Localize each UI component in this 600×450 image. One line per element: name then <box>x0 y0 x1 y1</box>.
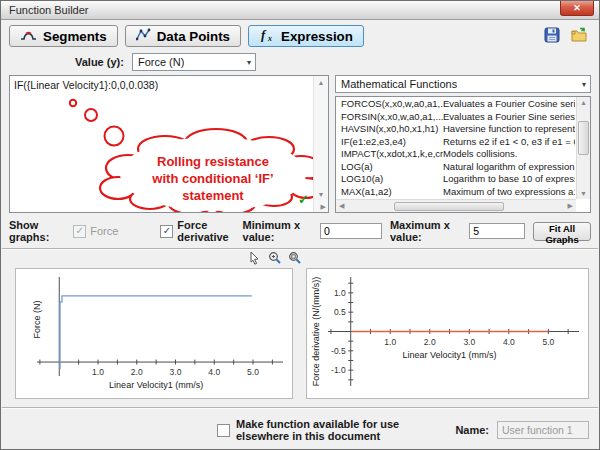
close-button[interactable]: ✕ <box>560 1 594 16</box>
import-function-button[interactable] <box>569 26 589 46</box>
function-list-horizontal-scrollbar[interactable]: ◀ ▶ <box>336 199 576 212</box>
show-graphs-row: Show graphs: ✓ Force ✓ Force derivative … <box>1 213 599 248</box>
value-row: Value (y): Force (N) ▾ <box>1 51 599 75</box>
function-list-hscroll-thumb[interactable] <box>394 202 504 211</box>
title-bar: Function Builder ✕ <box>1 1 599 20</box>
value-y-label: Value (y): <box>75 56 124 68</box>
annotation-cloud: Rolling resistance with conditional ‘IF’… <box>10 76 328 212</box>
tab-segments[interactable]: Segments <box>9 25 118 47</box>
expression-vertical-scrollbar[interactable]: ▲ ▼ <box>313 76 328 212</box>
min-x-label: Minimum x value: <box>243 219 314 243</box>
tab-segments-label: Segments <box>43 29 107 44</box>
chevron-down-icon: ▾ <box>576 80 586 89</box>
scroll-down-icon[interactable]: ▼ <box>580 190 587 197</box>
value-y-dropdown[interactable]: Force (N) ▾ <box>132 53 256 71</box>
pointer-tool-button[interactable] <box>247 251 262 265</box>
function-description: Logarithm to base 10 of expression a. <box>443 173 575 186</box>
function-list-vscroll-thumb[interactable] <box>578 121 589 155</box>
save-function-button[interactable] <box>542 26 562 46</box>
svg-text:1.0: 1.0 <box>334 288 346 298</box>
functions-panel: Mathematical Functions ▾ FORCOS(x,x0,w,a… <box>335 75 591 213</box>
open-folder-icon <box>571 27 588 46</box>
chevron-down-icon: ▾ <box>241 58 251 67</box>
svg-text:f: f <box>261 28 267 42</box>
close-icon: ✕ <box>573 3 581 13</box>
scroll-right-icon[interactable]: ▶ <box>568 202 573 210</box>
zoom-fit-tool-button[interactable] <box>287 251 302 265</box>
force-derivative-graph: 1.02.03.04.05.01.00.5-0.5-1.0Linear Velo… <box>307 269 588 397</box>
make-available-checkbox[interactable] <box>217 424 230 437</box>
function-list-row[interactable]: FORSIN(x,x0,w,a0,a1,...,a30)Evaluates a … <box>337 111 575 124</box>
function-description: Evaluates a Fourier Sine series at a use… <box>443 111 575 124</box>
function-list-row[interactable]: FORCOS(x,x0,w,a0,a1,...,a30)Evaluates a … <box>337 98 575 111</box>
function-description: Returns e2 if e1 < 0, e3 if e1 = 0, and … <box>443 136 575 149</box>
svg-text:Force derivative (N/(mm/s)): Force derivative (N/(mm/s)) <box>311 277 321 387</box>
tab-expression[interactable]: fx Expression <box>248 25 364 47</box>
svg-text:2.0: 2.0 <box>131 367 143 377</box>
function-signature: FORSIN(x,x0,w,a0,a1,...,a30) <box>337 111 443 124</box>
scroll-down-icon[interactable]: ▼ <box>318 191 325 198</box>
function-list-row[interactable]: LOG(a)Natural logarithm of expression a. <box>337 161 575 174</box>
svg-text:1.0: 1.0 <box>92 367 104 377</box>
check-icon: ✓ <box>76 226 84 236</box>
function-name-input <box>497 421 589 439</box>
graph-toolbar <box>247 251 599 266</box>
make-available-label: Make function available for use elsewher… <box>236 418 455 442</box>
svg-text:x: x <box>267 34 272 42</box>
force-checkbox: ✓ <box>73 225 86 238</box>
expression-editor[interactable]: IF({Linear Velocity1}:0,0,0.038) <box>9 75 329 213</box>
function-description: Models collisions. <box>443 148 575 161</box>
annotation-line-2: with conditional ‘IF’ <box>151 171 273 186</box>
function-list-row[interactable]: IMPACT(x,xdot,x1,k,e,cmax,d)Models colli… <box>337 148 575 161</box>
function-description: Haversine function to represent a smooth… <box>443 123 575 136</box>
scroll-right-icon[interactable]: ▶ <box>321 203 326 211</box>
function-description: Evaluates a Fourier Cosine series at a u… <box>443 98 575 111</box>
zoom-in-tool-button[interactable] <box>267 251 282 265</box>
annotation-line-1: Rolling resistance <box>157 154 269 169</box>
function-category-dropdown[interactable]: Mathematical Functions ▾ <box>335 75 591 93</box>
tab-data-points[interactable]: Data Points <box>125 25 241 47</box>
svg-text:3.0: 3.0 <box>463 337 475 347</box>
svg-text:4.0: 4.0 <box>503 337 515 347</box>
show-graphs-label: Show graphs: <box>9 219 65 243</box>
force-graph-box: 1.02.03.04.05.0Linear Velocity1 (mm/s)Fo… <box>15 268 293 399</box>
scroll-up-icon[interactable]: ▲ <box>318 79 325 86</box>
svg-text:5.0: 5.0 <box>542 337 554 347</box>
window-title: Function Builder <box>9 1 89 16</box>
fit-all-graphs-button[interactable]: Fit All Graphs <box>533 222 591 241</box>
force-derivative-graph-box: 1.02.03.04.05.01.00.5-0.5-1.0Linear Velo… <box>306 268 589 399</box>
min-x-input[interactable] <box>320 223 382 239</box>
function-signature: IF(e1:e2,e3,e4) <box>337 136 443 149</box>
function-list[interactable]: FORCOS(x,x0,w,a0,a1,...,a30)Evaluates a … <box>335 96 591 213</box>
tab-expression-label: Expression <box>281 29 353 44</box>
scroll-up-icon[interactable]: ▲ <box>580 99 587 106</box>
expression-valid-check-icon: ✓ <box>298 192 309 207</box>
scroll-left-icon[interactable]: ◀ <box>339 202 344 210</box>
svg-text:Force (N): Force (N) <box>32 301 42 339</box>
svg-text:2.0: 2.0 <box>424 337 436 347</box>
function-list-row[interactable]: MAX(a1,a2)Maximum of two expressions a1 … <box>337 186 575 199</box>
max-x-input[interactable] <box>469 223 525 239</box>
dialog-buttons: OK Cancel Help <box>1 442 599 450</box>
tab-data-points-label: Data Points <box>157 29 230 44</box>
function-signature: FORCOS(x,x0,w,a0,a1,...,a30) <box>337 98 443 111</box>
function-signature: HAVSIN(x,x0,h0,x1,h1) <box>337 123 443 136</box>
function-list-row[interactable]: LOG10(a)Logarithm to base 10 of expressi… <box>337 173 575 186</box>
function-signature: LOG(a) <box>337 161 443 174</box>
svg-text:-1.0: -1.0 <box>331 365 346 375</box>
function-rows: FORCOS(x,x0,w,a0,a1,...,a30)Evaluates a … <box>337 98 575 212</box>
expression-fx-icon: fx <box>259 28 275 45</box>
function-list-row[interactable]: IF(e1:e2,e3,e4)Returns e2 if e1 < 0, e3 … <box>337 136 575 149</box>
check-icon: ✓ <box>163 226 171 236</box>
function-description: Maximum of two expressions a1 and a2. <box>443 186 575 199</box>
name-label: Name: <box>455 424 489 436</box>
function-list-row[interactable]: HAVSIN(x,x0,h0,x1,h1)Haversine function … <box>337 123 575 136</box>
function-description: Natural logarithm of expression a. <box>443 161 575 174</box>
graphs-area: 1.02.03.04.05.0Linear Velocity1 (mm/s)Fo… <box>15 268 587 399</box>
svg-text:Linear Velocity1 (mm/s): Linear Velocity1 (mm/s) <box>109 380 203 390</box>
annotation-line-3: statement <box>182 188 244 203</box>
force-derivative-checkbox-label: Force derivative <box>177 219 242 243</box>
value-y-selected: Force (N) <box>138 56 184 68</box>
force-derivative-checkbox[interactable]: ✓ <box>160 225 173 238</box>
editor-panels: IF({Linear Velocity1}:0,0,0.038) <box>1 75 599 213</box>
